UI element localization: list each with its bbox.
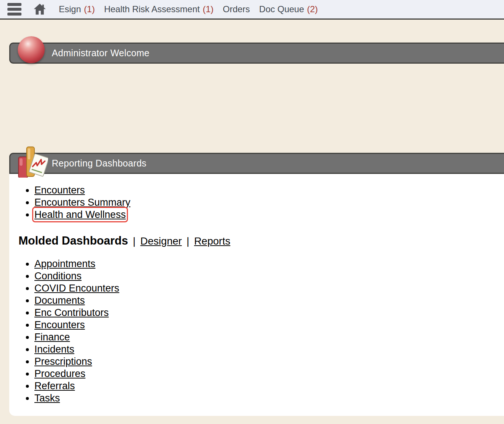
top-nav-link-label: Doc Queue bbox=[259, 4, 304, 14]
hamburger-bar bbox=[7, 3, 21, 6]
reporting-links-list: Encounters Encounters Summary Health and… bbox=[9, 184, 504, 221]
top-nav-link[interactable]: Esign(1) bbox=[59, 4, 95, 14]
dashboard-link[interactable]: Appointments bbox=[34, 258, 95, 269]
molded-list-item: Incidents bbox=[34, 343, 504, 356]
molded-links-list: Appointments Conditions COVID Encounters… bbox=[9, 258, 504, 404]
designer-link[interactable]: Designer bbox=[141, 235, 182, 247]
molded-list-item: COVID Encounters bbox=[34, 282, 504, 295]
administrator-welcome-title: Administrator Welcome bbox=[52, 48, 149, 58]
molded-list-item: Tasks bbox=[34, 392, 504, 404]
home-icon[interactable] bbox=[33, 3, 47, 16]
molded-dashboards-title: Molded Dashboards bbox=[18, 234, 128, 248]
top-nav-link-label: Orders bbox=[223, 4, 250, 14]
dashboard-link[interactable]: Encounters Summary bbox=[34, 197, 131, 208]
molded-dashboards-heading: Molded Dashboards | Designer | Reports bbox=[18, 234, 504, 248]
dashboard-link[interactable]: Encounters bbox=[34, 319, 85, 330]
reporting-dashboards-body: Encounters Encounters Summary Health and… bbox=[9, 174, 504, 416]
separator: | bbox=[133, 235, 135, 247]
dashboard-link[interactable]: Procedures bbox=[34, 368, 85, 379]
dashboard-link[interactable]: Finance bbox=[34, 332, 70, 343]
top-nav-link-label: Esign bbox=[59, 4, 81, 14]
reporting-list-item: Health and Wellness bbox=[34, 209, 504, 221]
molded-list-item: Finance bbox=[34, 331, 504, 343]
hamburger-bar bbox=[7, 13, 21, 16]
dashboard-link[interactable]: Encounters bbox=[34, 185, 85, 196]
top-nav-links: Esign(1) Health Risk Assessment(1) Order… bbox=[59, 4, 318, 14]
chart-report-icon bbox=[17, 146, 48, 178]
reporting-dashboards-title: Reporting Dashboards bbox=[52, 158, 146, 169]
molded-list-item: Prescriptions bbox=[34, 356, 504, 368]
dashboard-link[interactable]: Incidents bbox=[34, 344, 74, 355]
dashboard-link[interactable]: Tasks bbox=[34, 393, 60, 404]
top-nav-link[interactable]: Health Risk Assessment(1) bbox=[104, 4, 213, 14]
reporting-list-item: Encounters Summary bbox=[34, 196, 504, 209]
top-nav-link[interactable]: Doc Queue(2) bbox=[259, 4, 318, 14]
red-sphere-icon bbox=[18, 36, 45, 63]
reporting-list-item: Encounters bbox=[34, 184, 504, 196]
top-navigation-bar: Esign(1) Health Risk Assessment(1) Order… bbox=[0, 0, 504, 20]
hamburger-bar bbox=[7, 8, 21, 11]
top-nav-link-count: (1) bbox=[84, 4, 95, 14]
molded-list-item: Conditions bbox=[34, 270, 504, 282]
dashboard-link[interactable]: Enc Contributors bbox=[34, 307, 109, 318]
administrator-welcome-header: Administrator Welcome bbox=[9, 43, 504, 64]
dashboard-link[interactable]: COVID Encounters bbox=[34, 283, 119, 294]
reports-link[interactable]: Reports bbox=[194, 235, 230, 247]
molded-list-item: Encounters bbox=[34, 319, 504, 331]
top-nav-link-count: (1) bbox=[203, 4, 213, 14]
top-nav-link-label: Health Risk Assessment bbox=[104, 4, 200, 14]
reporting-dashboards-header: Reporting Dashboards bbox=[9, 153, 504, 174]
dashboard-link[interactable]: Health and Wellness bbox=[34, 209, 126, 220]
dashboard-link[interactable]: Prescriptions bbox=[34, 356, 92, 367]
molded-list-item: Enc Contributors bbox=[34, 307, 504, 319]
hamburger-menu-icon[interactable] bbox=[7, 3, 21, 16]
top-nav-link-count: (2) bbox=[307, 4, 318, 14]
molded-list-item: Referrals bbox=[34, 380, 504, 392]
dashboard-link[interactable]: Documents bbox=[34, 295, 85, 306]
molded-list-item: Appointments bbox=[34, 258, 504, 270]
top-nav-link[interactable]: Orders bbox=[223, 4, 250, 14]
molded-list-item: Documents bbox=[34, 295, 504, 307]
separator: | bbox=[187, 235, 189, 247]
molded-list-item: Procedures bbox=[34, 368, 504, 380]
dashboard-link[interactable]: Referrals bbox=[34, 380, 75, 391]
dashboard-link[interactable]: Conditions bbox=[34, 270, 82, 282]
